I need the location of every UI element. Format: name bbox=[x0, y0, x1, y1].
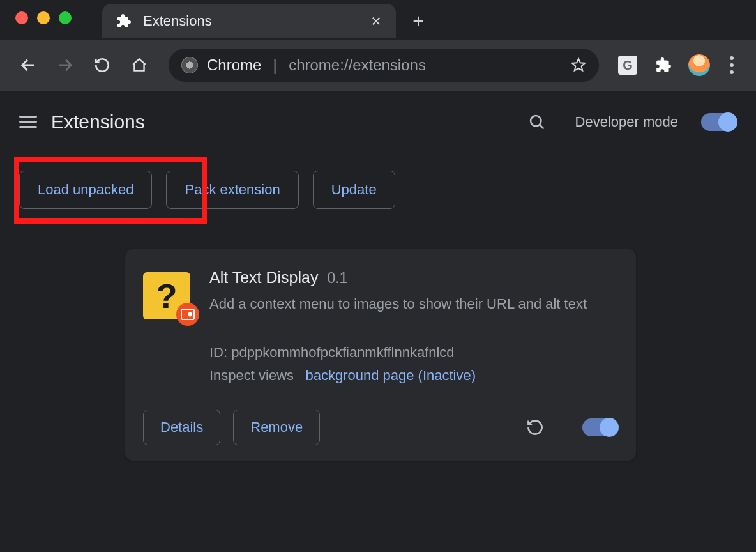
svg-point-0 bbox=[531, 116, 541, 126]
pack-extension-button[interactable]: Pack extension bbox=[166, 171, 298, 209]
extension-id: ID: pdppkommhofpckfianmkfflnnkafnlcd bbox=[209, 344, 618, 361]
search-icon[interactable] bbox=[528, 113, 546, 131]
profile-avatar[interactable] bbox=[688, 54, 710, 76]
tab-close-button[interactable] bbox=[370, 15, 382, 27]
extension-enabled-toggle[interactable] bbox=[582, 418, 618, 436]
new-tab-button[interactable] bbox=[411, 14, 425, 28]
extensions-app-header: Extensions Developer mode bbox=[0, 91, 756, 153]
extension-icon: ? bbox=[143, 272, 190, 319]
window-minimize-button[interactable] bbox=[37, 12, 50, 24]
inspect-views-label: Inspect views bbox=[209, 367, 294, 383]
window-titlebar: Extensions bbox=[0, 0, 756, 40]
browser-tab-extensions[interactable]: Extensions bbox=[102, 4, 396, 38]
extension-id-value: pdppkommhofpckfianmkfflnnkafnlcd bbox=[231, 344, 454, 360]
update-button[interactable]: Update bbox=[313, 171, 395, 209]
remove-button[interactable]: Remove bbox=[233, 410, 320, 445]
extension-description: Add a context menu to images to show the… bbox=[209, 293, 618, 315]
omnibox-separator: | bbox=[270, 56, 280, 75]
extension-grammarly-icon[interactable]: G bbox=[617, 54, 639, 76]
extensions-menu-icon[interactable] bbox=[653, 54, 674, 76]
developer-mode-toggle[interactable] bbox=[701, 113, 737, 131]
window-zoom-button[interactable] bbox=[59, 12, 72, 24]
home-button[interactable] bbox=[123, 49, 156, 82]
extensions-content: ? Alt Text Display 0.1 Add a context men… bbox=[0, 226, 756, 461]
main-menu-button[interactable] bbox=[19, 116, 37, 128]
back-button[interactable] bbox=[11, 49, 45, 82]
developer-mode-label: Developer mode bbox=[575, 114, 678, 130]
extension-name: Alt Text Display bbox=[209, 268, 318, 287]
inspect-background-link[interactable]: background page (Inactive) bbox=[305, 367, 476, 383]
tab-title: Extensions bbox=[143, 13, 359, 29]
extension-version: 0.1 bbox=[327, 270, 347, 287]
page-title: Extensions bbox=[51, 111, 145, 133]
extension-card: ? Alt Text Display 0.1 Add a context men… bbox=[125, 249, 636, 461]
window-close-button[interactable] bbox=[15, 12, 28, 24]
developer-toolbar: Load unpacked Pack extension Update bbox=[0, 153, 756, 226]
forward-button[interactable] bbox=[49, 49, 82, 82]
chrome-menu-button[interactable] bbox=[719, 56, 745, 74]
puzzle-icon bbox=[116, 13, 132, 29]
traffic-lights bbox=[15, 12, 72, 24]
extension-id-label: ID: bbox=[209, 344, 227, 360]
load-unpacked-button[interactable]: Load unpacked bbox=[19, 171, 152, 209]
chrome-icon bbox=[181, 57, 198, 73]
browser-toolbar: Chrome | chrome://extensions G bbox=[0, 40, 756, 91]
details-button[interactable]: Details bbox=[143, 410, 220, 445]
dev-badge-icon bbox=[176, 303, 199, 326]
tabstrip: Extensions bbox=[102, 3, 425, 40]
bookmark-star-icon[interactable] bbox=[571, 57, 586, 73]
omnibox[interactable]: Chrome | chrome://extensions bbox=[169, 49, 599, 82]
omnibox-url: chrome://extensions bbox=[289, 56, 562, 74]
reload-extension-icon[interactable] bbox=[526, 418, 544, 436]
reload-button[interactable] bbox=[86, 49, 119, 82]
omnibox-chip-label: Chrome bbox=[207, 56, 261, 74]
